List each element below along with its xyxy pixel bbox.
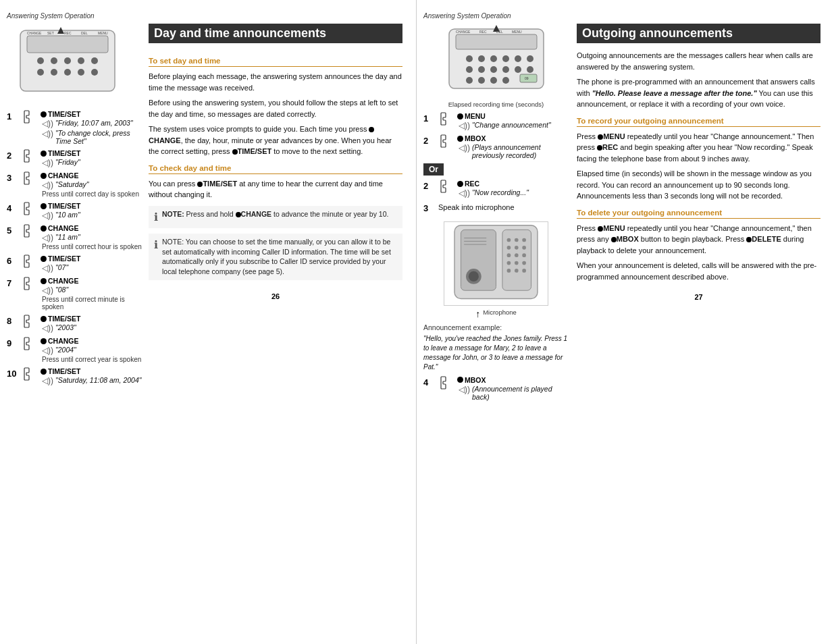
handset-icon-3 bbox=[22, 171, 41, 185]
audio-icon-1: ◁)) bbox=[42, 119, 53, 128]
step-4-row: 4 TIME/SET ◁)) "10 am" bbox=[7, 202, 142, 220]
step-10-button-name: TIME/SET bbox=[48, 367, 80, 375]
step-5-number: 5 bbox=[7, 225, 20, 236]
svg-point-27 bbox=[490, 66, 497, 73]
step-3-audio-text: "Saturday" bbox=[55, 180, 88, 188]
step-8-content: TIME/SET ◁)) "2003" bbox=[41, 315, 142, 333]
step-7-number: 7 bbox=[7, 278, 20, 288]
svg-text:REC: REC bbox=[64, 31, 72, 35]
left-subsection-1: To set day and time bbox=[149, 57, 402, 67]
svg-point-32 bbox=[478, 77, 485, 84]
step-10-content: TIME/SET ◁)) "Saturday, 11:08 am, 2004" bbox=[41, 367, 142, 385]
handset-icon-r1 bbox=[438, 112, 457, 126]
svg-text:MENU: MENU bbox=[98, 31, 108, 35]
svg-point-7 bbox=[37, 69, 44, 76]
svg-point-56 bbox=[507, 269, 511, 273]
left-para-2: Before using the answering system, you s… bbox=[149, 97, 402, 119]
microphone-label-row: ↑ Microphone bbox=[423, 308, 569, 319]
handset-icon-4 bbox=[22, 202, 41, 215]
audio-icon-10: ◁)) bbox=[42, 376, 53, 385]
right-steps-column: CHANGE REC DEL MENU 09 Elapsed recording… bbox=[423, 24, 569, 632]
svg-point-25 bbox=[466, 66, 473, 73]
right-step-4-content: MBOX ◁)) (Announcement is played back) bbox=[457, 376, 569, 401]
right-step-1-audio: ◁)) "Change announcement" bbox=[457, 121, 569, 130]
svg-point-20 bbox=[478, 55, 485, 62]
phone-diagram-svg: CHANGE SET REC DEL MENU bbox=[7, 24, 128, 105]
dot-8 bbox=[41, 316, 47, 322]
right-step-1-button-name: MENU bbox=[465, 112, 486, 120]
handset-icon-r2b bbox=[438, 180, 457, 193]
dot-5 bbox=[41, 225, 47, 232]
svg-point-57 bbox=[515, 269, 519, 273]
dot-r4 bbox=[457, 377, 463, 383]
right-delete-para-1: Press MENU repeatedly until you hear "Ch… bbox=[577, 223, 820, 257]
step-1-sub-audio: "To change clock, press Time Set" bbox=[55, 129, 142, 145]
right-step-2b-audio-text: "Now recording..." bbox=[472, 188, 529, 196]
step-1-audio-text: "Friday, 10:07 am, 2003" bbox=[55, 119, 133, 127]
phone-microphone-svg bbox=[444, 221, 548, 306]
svg-rect-18 bbox=[456, 34, 537, 49]
svg-point-21 bbox=[490, 55, 497, 62]
right-step-2b-number: 2 bbox=[423, 181, 437, 191]
right-phone-diagram-container: CHANGE REC DEL MENU 09 bbox=[423, 24, 569, 99]
step-10-button: TIME/SET bbox=[41, 367, 142, 375]
svg-text:MENU: MENU bbox=[512, 30, 522, 34]
step-5-audio: ◁)) "11 am" bbox=[41, 233, 142, 242]
audio-icon-6: ◁)) bbox=[42, 263, 53, 273]
audio-icon-r4: ◁)) bbox=[459, 385, 470, 394]
left-subsection-2: To check day and time bbox=[149, 164, 402, 174]
svg-point-22 bbox=[502, 55, 509, 62]
step-3-content: CHANGE ◁)) "Saturday" Press until correc… bbox=[41, 171, 142, 198]
dot-4 bbox=[41, 203, 47, 209]
svg-point-31 bbox=[466, 77, 473, 84]
audio-icon-7: ◁)) bbox=[42, 286, 53, 295]
audio-icon-r2b: ◁)) bbox=[459, 188, 470, 198]
svg-text:DEL: DEL bbox=[81, 31, 88, 35]
right-step-4-number: 4 bbox=[423, 377, 437, 387]
step-9-content: CHANGE ◁)) "2004" Press until correct ye… bbox=[41, 337, 142, 363]
step-3-audio: ◁)) "Saturday" bbox=[41, 180, 142, 190]
step-7-audio: ◁)) "08" bbox=[41, 286, 142, 295]
svg-point-10 bbox=[78, 69, 84, 76]
audio-icon-r1: ◁)) bbox=[459, 121, 470, 130]
announcement-label: Announcement example: bbox=[423, 323, 569, 331]
step-7-content: CHANGE ◁)) "08" Press until correct minu… bbox=[41, 277, 142, 311]
right-page-header: Answering System Operation bbox=[423, 12, 820, 20]
right-step-4-button: MBOX bbox=[457, 376, 569, 384]
step-9-button-name: CHANGE bbox=[48, 337, 79, 345]
handset-icon-r4 bbox=[438, 376, 457, 390]
svg-rect-1 bbox=[27, 36, 108, 53]
elapsed-label: Elapsed recording time (seconds) bbox=[423, 101, 569, 108]
inline-dot-change bbox=[369, 127, 374, 132]
svg-point-9 bbox=[64, 69, 71, 76]
step-7-note: Press until correct minute is spoken bbox=[41, 296, 142, 311]
right-step-1-number: 1 bbox=[423, 113, 437, 124]
step-2-button-name: TIME/SET bbox=[48, 149, 80, 157]
step-2-content: TIME/SET ◁)) "Friday" bbox=[41, 149, 142, 167]
info-icon-2: ℹ bbox=[154, 238, 158, 252]
right-step-2b-audio: ◁)) "Now recording..." bbox=[457, 188, 569, 198]
inline-dot-menu1 bbox=[598, 134, 603, 140]
svg-point-52 bbox=[522, 253, 526, 257]
right-step-1-content: MENU ◁)) "Change announcement" bbox=[457, 112, 569, 130]
step-8-audio: ◁)) "2003" bbox=[41, 323, 142, 333]
svg-point-53 bbox=[507, 261, 511, 265]
svg-point-8 bbox=[51, 69, 57, 76]
left-para-3: The system uses voice prompts to guide y… bbox=[149, 124, 402, 157]
step-7-button: CHANGE bbox=[41, 277, 142, 285]
page-container: Answering System Operation bbox=[0, 0, 834, 644]
step-1-button-name: TIME/SET bbox=[48, 110, 80, 118]
svg-point-5 bbox=[78, 57, 84, 64]
right-delete-para-2: When your announcement is deleted, calls… bbox=[577, 260, 820, 282]
dot-2 bbox=[41, 151, 47, 157]
step-4-number: 4 bbox=[7, 203, 20, 213]
left-check-para: You can press TIME/SET at any time to he… bbox=[149, 178, 402, 200]
audio-icon-r2: ◁)) bbox=[459, 143, 470, 153]
svg-point-29 bbox=[515, 66, 521, 73]
step-7-button-name: CHANGE bbox=[48, 277, 79, 285]
right-step-2-button-name: MBOX bbox=[465, 134, 486, 142]
handset-icon-2 bbox=[22, 149, 41, 163]
step-5-note: Press until correct hour is spoken bbox=[41, 243, 142, 250]
step-3-button: CHANGE bbox=[41, 171, 142, 180]
step-6-button-name: TIME/SET bbox=[48, 254, 80, 263]
